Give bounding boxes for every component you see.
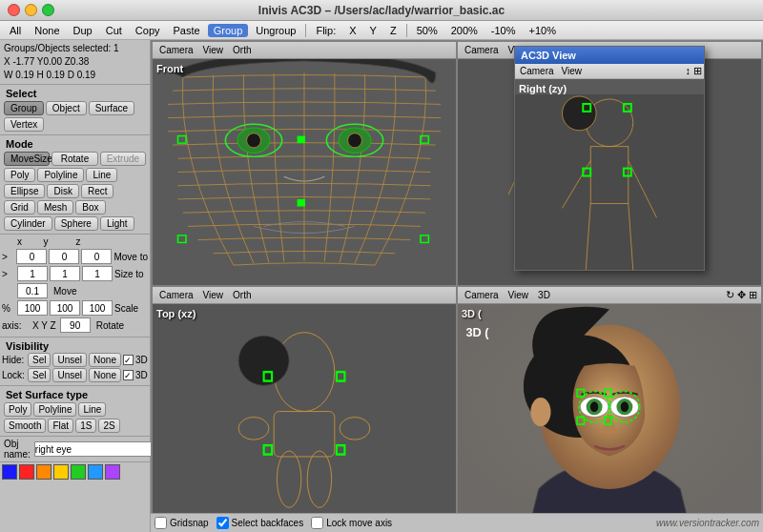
maximize-button[interactable] <box>42 4 54 16</box>
menu-200[interactable]: 200% <box>445 24 484 37</box>
mode-rect[interactable]: Rect <box>81 184 114 198</box>
move-x-input[interactable] <box>16 249 47 264</box>
hide-none-btn[interactable]: None <box>89 353 121 367</box>
color-2[interactable] <box>19 464 34 480</box>
select-surface-btn[interactable]: Surface <box>89 101 134 115</box>
color-6[interactable] <box>88 464 103 480</box>
menu-paste[interactable]: Paste <box>168 24 206 37</box>
color-4[interactable] <box>53 464 69 480</box>
lock-sel-btn[interactable]: Sel <box>28 368 51 382</box>
menu-y[interactable]: Y <box>364 24 382 37</box>
front-viewport[interactable]: Camera View Orth Front <box>153 42 456 285</box>
menu-x[interactable]: X <box>343 24 361 37</box>
watermark: www.versiontracker.com <box>656 518 759 528</box>
objname-input[interactable] <box>34 441 157 457</box>
minimize-button[interactable] <box>25 4 37 16</box>
float-camera-btn[interactable]: Camera <box>517 66 557 76</box>
mode-ellipse[interactable]: Ellipse <box>4 184 45 198</box>
mode-line[interactable]: Line <box>86 168 117 182</box>
move-z-input[interactable] <box>81 249 112 264</box>
gridsnap-checkbox[interactable] <box>155 517 167 529</box>
mode-cylinder[interactable]: Cylinder <box>4 216 52 231</box>
menu-flip[interactable]: Flip: <box>310 24 341 37</box>
surf-1s-btn[interactable]: 1S <box>75 419 96 433</box>
size-z-input[interactable] <box>82 266 113 281</box>
surf-flat-btn[interactable]: Flat <box>48 419 73 433</box>
float-view-btn[interactable]: View <box>559 66 586 76</box>
mode-sphere[interactable]: Sphere <box>54 216 98 231</box>
top-orth-btn[interactable]: Orth <box>230 290 254 300</box>
hide-sel-btn[interactable]: Sel <box>28 353 51 367</box>
top-viewport[interactable]: Camera View Orth Top (xz) <box>153 287 456 530</box>
mode-grid[interactable]: Grid <box>4 200 35 215</box>
mode-disk[interactable]: Disk <box>47 184 78 198</box>
menu-50[interactable]: 50% <box>411 24 443 37</box>
lock-3d-checkbox[interactable]: ✓ <box>123 370 134 380</box>
surf-poly-btn[interactable]: Poly <box>4 402 31 417</box>
ac3d-float-window[interactable]: AC3D View Camera View ↕ ⊞ Right (zy) <box>514 46 705 271</box>
3d-rotate-icon[interactable]: ↻ <box>726 289 734 301</box>
surf-smooth-btn[interactable]: Smooth <box>4 419 46 433</box>
menu-cut[interactable]: Cut <box>100 24 128 37</box>
front-orth-btn[interactable]: Orth <box>230 45 254 55</box>
menu-z[interactable]: Z <box>384 24 402 37</box>
scale-y-input[interactable] <box>50 300 80 316</box>
menu-plus10[interactable]: +10% <box>524 24 562 37</box>
front-camera-btn[interactable]: Camera <box>156 45 196 55</box>
mode-mesh[interactable]: Mesh <box>37 200 73 215</box>
mode-extrude[interactable]: Extrude <box>100 152 146 166</box>
front-view-btn[interactable]: View <box>200 45 227 55</box>
select-vertex-btn[interactable]: Vertex <box>4 117 44 132</box>
3d-pan-icon[interactable]: ✥ <box>737 289 746 301</box>
mode-light[interactable]: Light <box>100 216 134 231</box>
selectback-checkbox[interactable] <box>217 517 229 529</box>
float-expand-icon[interactable]: ⊞ <box>693 65 702 77</box>
lock-none-btn[interactable]: None <box>89 368 121 382</box>
hide-unsel-btn[interactable]: Unsel <box>52 353 87 367</box>
right-viewport[interactable]: Camera View Orth <box>458 42 761 285</box>
size-y-input[interactable] <box>50 266 80 281</box>
right-camera-btn[interactable]: Camera <box>462 45 502 55</box>
3d-camera-btn[interactable]: Camera <box>462 290 502 300</box>
3d-mode-btn[interactable]: 3D <box>535 290 553 300</box>
scale-x-input[interactable] <box>17 300 48 316</box>
top-view-btn[interactable]: View <box>200 290 227 300</box>
size-x-input[interactable] <box>17 266 48 281</box>
color-1[interactable] <box>2 464 17 480</box>
mode-rotate[interactable]: Rotate <box>52 152 97 166</box>
surf-line-btn[interactable]: Line <box>78 402 106 417</box>
3d-viewport[interactable]: Camera View 3D ↻ ✥ ⊞ 3D ( <box>458 287 761 530</box>
color-3[interactable] <box>36 464 52 480</box>
mode-polyline[interactable]: Polyline <box>37 168 84 182</box>
scale-z-input[interactable] <box>82 300 113 316</box>
menu-copy[interactable]: Copy <box>130 24 166 37</box>
3d-zoom-icon[interactable]: ⊞ <box>749 289 757 301</box>
mode-movesize[interactable]: MoveSize <box>4 152 50 166</box>
menu-none[interactable]: None <box>29 24 65 37</box>
select-group-btn[interactable]: Group <box>4 101 44 115</box>
rotate-angle-input[interactable] <box>60 317 91 333</box>
close-button[interactable] <box>8 4 20 16</box>
size-to-label: Size to <box>114 269 144 279</box>
mode-box[interactable]: Box <box>75 200 105 215</box>
menu-all[interactable]: All <box>4 24 27 37</box>
move-y-input[interactable] <box>49 249 79 264</box>
color-7[interactable] <box>105 464 120 480</box>
menu-dup[interactable]: Dup <box>68 24 98 37</box>
mode-poly[interactable]: Poly <box>4 168 35 182</box>
surf-polyline-btn[interactable]: Polyline <box>33 402 76 417</box>
hide-3d-checkbox[interactable]: ✓ <box>123 355 134 365</box>
top-camera-btn[interactable]: Camera <box>156 290 196 300</box>
float-arrows-icon[interactable]: ↕ <box>686 65 691 77</box>
menu-group[interactable]: Group <box>208 24 249 37</box>
surf-2s-btn[interactable]: 2S <box>98 419 119 433</box>
menu-ungroup[interactable]: Ungroup <box>250 24 301 37</box>
lock-unsel-btn[interactable]: Unsel <box>52 368 87 382</box>
3d-view-btn[interactable]: View <box>505 290 532 300</box>
menu-minus10[interactable]: -10% <box>485 24 522 37</box>
lock-label: Lock: <box>2 370 26 380</box>
color-5[interactable] <box>71 464 86 480</box>
lockmove-checkbox[interactable] <box>311 517 323 529</box>
move-amount-input[interactable] <box>17 283 48 298</box>
select-object-btn[interactable]: Object <box>46 101 87 115</box>
